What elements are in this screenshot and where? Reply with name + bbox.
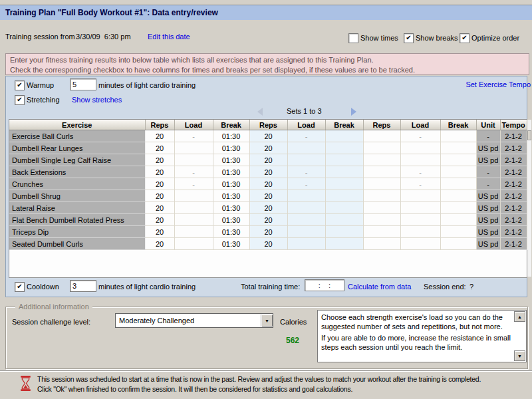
load-cell[interactable] xyxy=(174,190,213,202)
reps-cell[interactable] xyxy=(363,238,400,250)
reps-cell[interactable] xyxy=(363,142,400,154)
reps-cell[interactable] xyxy=(363,214,400,226)
reps-cell[interactable] xyxy=(363,202,400,214)
load-cell[interactable] xyxy=(400,238,440,250)
reps-cell[interactable]: 20 xyxy=(249,130,287,142)
sets-prev-button[interactable] xyxy=(257,108,263,116)
show-times-label[interactable]: Show times xyxy=(360,34,398,42)
reps-cell[interactable]: 20 xyxy=(145,202,174,214)
load-cell[interactable]: - xyxy=(174,166,213,178)
break-cell[interactable] xyxy=(440,154,476,166)
reps-cell[interactable] xyxy=(363,166,400,178)
load-cell[interactable]: - xyxy=(400,178,440,190)
break-cell[interactable]: 01:30 xyxy=(213,142,249,154)
reps-cell[interactable]: 20 xyxy=(145,190,174,202)
reps-cell[interactable]: 20 xyxy=(249,190,287,202)
reps-cell[interactable] xyxy=(363,154,400,166)
break-cell[interactable] xyxy=(440,214,476,226)
break-cell[interactable] xyxy=(325,226,363,238)
break-cell[interactable] xyxy=(325,142,363,154)
break-cell[interactable] xyxy=(440,202,476,214)
dropdown-arrow-button[interactable]: ▼ xyxy=(261,315,273,327)
stretching-checkbox[interactable]: ✔ xyxy=(15,95,25,105)
reps-cell[interactable]: 20 xyxy=(145,166,174,178)
load-cell[interactable] xyxy=(287,226,325,238)
break-cell[interactable]: 01:30 xyxy=(213,178,249,190)
load-cell[interactable] xyxy=(400,226,440,238)
break-cell[interactable]: 01:30 xyxy=(213,130,249,142)
load-cell[interactable] xyxy=(287,202,325,214)
show-breaks-checkbox[interactable]: ✔ xyxy=(404,33,414,43)
reps-cell[interactable] xyxy=(363,226,400,238)
reps-cell[interactable]: 20 xyxy=(145,154,174,166)
break-cell[interactable] xyxy=(440,178,476,190)
reps-cell[interactable]: 20 xyxy=(249,214,287,226)
load-cell[interactable] xyxy=(287,190,325,202)
warmup-minutes-input[interactable]: 5 xyxy=(70,78,96,90)
break-cell[interactable] xyxy=(325,154,363,166)
break-cell[interactable] xyxy=(325,166,363,178)
load-cell[interactable]: - xyxy=(400,130,440,142)
load-cell[interactable]: - xyxy=(287,178,325,190)
reps-cell[interactable]: 20 xyxy=(145,238,174,250)
grid-scrollbar-thumb[interactable] xyxy=(527,130,531,140)
break-cell[interactable] xyxy=(440,130,476,142)
load-cell[interactable] xyxy=(400,214,440,226)
break-cell[interactable] xyxy=(325,214,363,226)
show-stretches-link[interactable]: Show stretches xyxy=(72,96,122,104)
break-cell[interactable] xyxy=(325,178,363,190)
reps-cell[interactable] xyxy=(363,178,400,190)
reps-cell[interactable]: 20 xyxy=(145,226,174,238)
load-cell[interactable] xyxy=(287,214,325,226)
challenge-select[interactable]: Moderately Challenged ▼ xyxy=(115,313,273,328)
break-cell[interactable]: 01:30 xyxy=(213,226,249,238)
load-cell[interactable] xyxy=(400,142,440,154)
warmup-checkbox[interactable]: ✔ xyxy=(15,80,25,90)
load-cell[interactable] xyxy=(174,226,213,238)
cooldown-minutes-input[interactable]: 3 xyxy=(70,280,96,292)
load-cell[interactable]: - xyxy=(400,166,440,178)
break-cell[interactable] xyxy=(325,130,363,142)
break-cell[interactable] xyxy=(440,166,476,178)
load-cell[interactable] xyxy=(287,238,325,250)
cooldown-checkbox[interactable]: ✔ xyxy=(15,282,25,292)
break-cell[interactable] xyxy=(440,226,476,238)
break-cell[interactable] xyxy=(325,202,363,214)
show-breaks-label[interactable]: Show breaks xyxy=(416,34,458,42)
show-times-checkbox[interactable] xyxy=(348,33,358,43)
set-exercise-tempo-link[interactable]: Set Exercise Tempo xyxy=(466,80,531,88)
load-cell[interactable]: - xyxy=(174,130,213,142)
stretching-label[interactable]: Stretching xyxy=(27,96,60,104)
reps-cell[interactable]: 20 xyxy=(249,154,287,166)
load-cell[interactable] xyxy=(287,142,325,154)
reps-cell[interactable]: 20 xyxy=(145,214,174,226)
break-cell[interactable] xyxy=(325,190,363,202)
load-cell[interactable]: - xyxy=(287,130,325,142)
break-cell[interactable]: 01:30 xyxy=(213,214,249,226)
grid-scrollbar[interactable] xyxy=(527,120,531,277)
load-cell[interactable] xyxy=(174,202,213,214)
optimize-order-label[interactable]: Optimize order xyxy=(471,34,519,42)
break-cell[interactable] xyxy=(440,142,476,154)
reps-cell[interactable]: 20 xyxy=(249,226,287,238)
reps-cell[interactable]: 20 xyxy=(249,142,287,154)
note-scroll-down-button[interactable]: ▼ xyxy=(514,350,525,361)
warmup-label[interactable]: Warmup xyxy=(27,81,54,89)
reps-cell[interactable]: 20 xyxy=(249,178,287,190)
reps-cell[interactable] xyxy=(363,190,400,202)
optimize-order-checkbox[interactable]: ✔ xyxy=(460,33,469,43)
break-cell[interactable]: 01:30 xyxy=(213,154,249,166)
reps-cell[interactable]: 20 xyxy=(145,142,174,154)
load-cell[interactable]: - xyxy=(174,178,213,190)
load-cell[interactable] xyxy=(174,142,213,154)
reps-cell[interactable] xyxy=(363,130,400,142)
break-cell[interactable]: 01:30 xyxy=(213,202,249,214)
load-cell[interactable] xyxy=(400,154,440,166)
break-cell[interactable]: 01:30 xyxy=(213,190,249,202)
reps-cell[interactable]: 20 xyxy=(249,166,287,178)
reps-cell[interactable]: 20 xyxy=(145,130,174,142)
break-cell[interactable] xyxy=(440,238,476,250)
load-cell[interactable] xyxy=(174,238,213,250)
cooldown-label[interactable]: Cooldown xyxy=(27,283,59,291)
sets-next-button[interactable] xyxy=(351,108,356,116)
